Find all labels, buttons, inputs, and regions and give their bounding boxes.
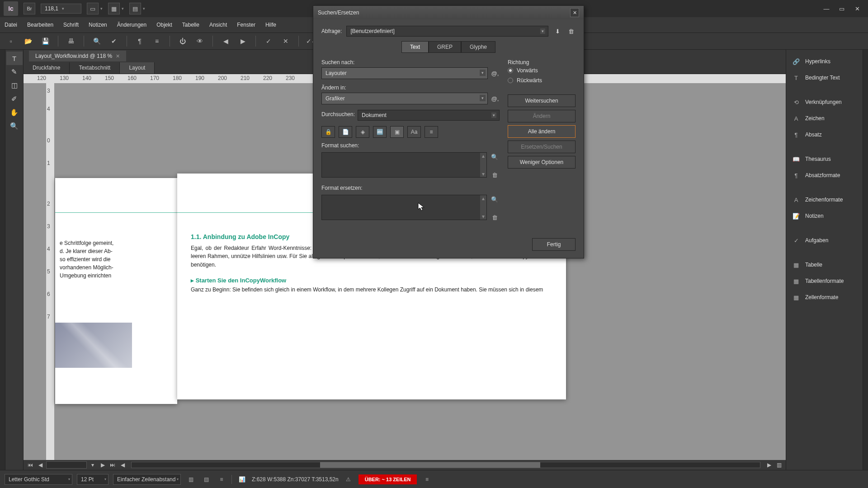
direction-forward-radio[interactable]: Vorwärts <box>508 66 576 75</box>
prev-page-icon[interactable]: ◀ <box>36 461 44 469</box>
search-scope-combo[interactable]: Dokument <box>358 110 500 121</box>
next-page-icon[interactable]: ▶ <box>99 461 107 469</box>
eyedropper-tool-icon[interactable]: ✐ <box>6 92 23 106</box>
align-icon[interactable]: ≡ <box>216 474 227 485</box>
tab-text[interactable]: Text <box>401 41 429 53</box>
close-window-button[interactable]: ✕ <box>850 3 864 14</box>
change-format-box[interactable]: ▴▾ <box>321 195 487 220</box>
position-tool-icon[interactable]: ◫ <box>6 79 23 92</box>
panel-zeichenformate[interactable]: AZeichenformate <box>786 192 863 208</box>
note-tool-icon[interactable]: ✎ <box>6 65 23 79</box>
next-icon[interactable]: ▶ <box>236 35 249 47</box>
font-size-combo[interactable]: 12 Pt <box>77 474 108 485</box>
include-footnotes-icon[interactable]: ▣ <box>390 126 404 138</box>
type-tool-icon[interactable]: T <box>6 52 23 65</box>
clear-find-format-icon[interactable]: 🗑 <box>490 170 500 179</box>
panel-verknüpfungen[interactable]: ⟲Verknüpfungen <box>786 94 863 110</box>
overset-indicator-icon[interactable]: ⚠ <box>343 474 354 485</box>
zoom-tool-icon[interactable]: 🔍 <box>6 119 23 133</box>
maximize-button[interactable]: ▭ <box>835 3 849 14</box>
change-special-icon[interactable]: @, <box>491 95 500 102</box>
specify-find-format-icon[interactable]: 🔍 <box>490 152 500 161</box>
save-query-icon[interactable]: ⬇ <box>553 28 562 35</box>
find-next-button[interactable]: Weitersuchen <box>508 94 576 107</box>
panel-zeichen[interactable]: AZeichen <box>786 110 863 127</box>
show-hidden-icon[interactable]: ¶ <box>133 35 146 47</box>
change-find-button[interactable]: Ersetzen/Suchen <box>508 141 576 153</box>
zoom-level-combo[interactable]: 118,1 <box>41 4 81 14</box>
menu-table[interactable]: Tabelle <box>182 22 199 28</box>
status-menu-icon[interactable]: ≡ <box>421 474 432 485</box>
delete-query-icon[interactable]: 🗑 <box>566 28 576 35</box>
panel-thesaurus[interactable]: 📖Thesaurus <box>786 151 863 167</box>
close-tab-icon[interactable]: ✕ <box>116 53 120 59</box>
last-page-icon[interactable]: ⏭ <box>108 461 117 469</box>
menu-more-icon[interactable]: ≡ <box>151 35 163 47</box>
direction-backward-radio[interactable]: Rückwärts <box>508 75 576 85</box>
panel-zellenformate[interactable]: ▦Zellenformate <box>786 289 863 305</box>
tab-glyph[interactable]: Glyphe <box>461 41 495 53</box>
open-icon[interactable]: 📂 <box>22 35 34 47</box>
change-all-button[interactable]: Alle ändern <box>508 125 576 138</box>
whole-word-icon[interactable]: ≡ <box>425 126 438 138</box>
menu-help[interactable]: Hilfe <box>265 22 276 28</box>
accept-icon[interactable]: ✓ <box>262 35 275 47</box>
hscroll-left-icon[interactable]: ◀ <box>118 461 127 469</box>
columns-icon[interactable]: ▥ <box>185 474 196 485</box>
include-hidden-layers-icon[interactable]: ◈ <box>356 126 369 138</box>
prev-icon[interactable]: ◀ <box>219 35 232 47</box>
query-combo[interactable]: [Benutzerdefiniert] <box>346 26 548 37</box>
panel-absatz[interactable]: ¶Absatz <box>786 127 863 143</box>
dialog-close-icon[interactable]: ✕ <box>570 8 579 17</box>
spellcheck-icon[interactable]: ✔ <box>108 35 120 47</box>
menu-notes[interactable]: Notizen <box>89 22 107 28</box>
menu-object[interactable]: Objekt <box>156 22 172 28</box>
left-collapse-strip[interactable] <box>0 50 5 470</box>
screen-mode-icon[interactable]: ▭ <box>87 3 99 14</box>
menu-font[interactable]: Schrift <box>63 22 79 28</box>
print-icon[interactable]: 🖶 <box>65 35 77 47</box>
view-tab-story[interactable]: Textabschnitt <box>70 62 120 74</box>
change-input[interactable]: Grafiker <box>321 93 488 104</box>
page-field[interactable] <box>46 461 87 469</box>
panel-bedingter text[interactable]: TBedingter Text <box>786 70 863 86</box>
panel-tabelle[interactable]: ▦Tabelle <box>786 257 863 273</box>
clear-change-format-icon[interactable]: 🗑 <box>490 213 500 222</box>
menu-view[interactable]: Ansicht <box>209 22 227 28</box>
panel-tabellenformate[interactable]: ▦Tabellenformate <box>786 273 863 289</box>
lines-icon[interactable]: ▤ <box>201 474 212 485</box>
split-view-icon[interactable]: ▥ <box>775 461 783 469</box>
arrange-icon[interactable]: ▦ <box>108 3 120 14</box>
include-locked-layers-icon[interactable]: 🔒 <box>321 126 335 138</box>
menu-changes[interactable]: Änderungen <box>117 22 146 28</box>
right-collapse-strip[interactable] <box>863 50 868 470</box>
first-page-icon[interactable]: ⏮ <box>26 461 34 469</box>
minimize-button[interactable]: — <box>819 3 834 14</box>
save-icon[interactable]: 💾 <box>39 35 52 47</box>
document-tab[interactable]: Layout_Workflow.indd @ 118 % ✕ <box>29 51 126 61</box>
fewer-options-button[interactable]: Weniger Optionen <box>508 156 576 169</box>
new-icon[interactable]: ▫ <box>5 35 17 47</box>
preview-icon[interactable]: 👁 <box>193 35 206 47</box>
reject-icon[interactable]: ✕ <box>279 35 292 47</box>
view-options-icon[interactable]: ▤ <box>129 3 141 14</box>
include-locked-stories-icon[interactable]: 📄 <box>339 126 352 138</box>
find-format-box[interactable]: ▴▾ <box>321 152 487 178</box>
include-master-pages-icon[interactable]: 🔤 <box>373 126 387 138</box>
view-tab-galley[interactable]: Druckfahne <box>24 62 70 74</box>
find-special-icon[interactable]: @, <box>491 70 500 77</box>
page-dropdown-icon[interactable]: ▾ <box>89 461 97 469</box>
case-sensitive-icon[interactable]: Aa <box>407 126 421 138</box>
menu-file[interactable]: Datei <box>5 22 17 28</box>
change-button[interactable]: Ändern <box>508 110 576 122</box>
stats-icon[interactable]: 📊 <box>236 474 247 485</box>
search-icon[interactable]: 🔍 <box>90 35 103 47</box>
panel-hyperlinks[interactable]: 🔗Hyperlinks <box>786 53 863 70</box>
specify-change-format-icon[interactable]: 🔍 <box>490 195 500 204</box>
panel-notizen[interactable]: 📝Notizen <box>786 208 863 224</box>
panel-aufgaben[interactable]: ✓Aufgaben <box>786 232 863 249</box>
menu-window[interactable]: Fenster <box>237 22 255 28</box>
find-input[interactable]: Layouter <box>321 67 488 79</box>
bridge-icon[interactable]: Br <box>24 3 35 14</box>
hscroll-right-icon[interactable]: ▶ <box>765 461 773 469</box>
